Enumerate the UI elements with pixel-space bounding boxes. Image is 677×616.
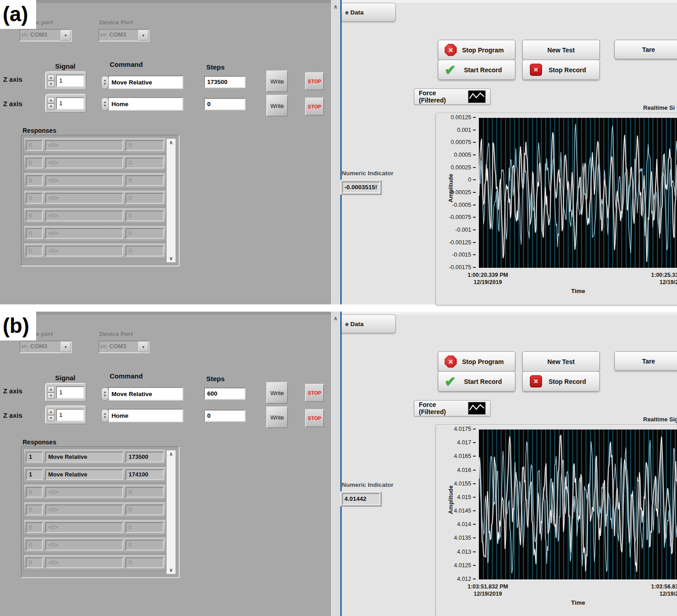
scroll-down-icon[interactable]: ∨ (167, 256, 176, 261)
command-dropdown[interactable]: ▲▼ Home (101, 408, 183, 423)
scroll-down-icon[interactable]: ∨ (167, 567, 176, 573)
force-filtered-legend[interactable]: Force (Filtered) (414, 400, 491, 416)
tare-button[interactable]: Tare (614, 40, 677, 59)
y-axis-tick-label: 4.0165 (454, 453, 476, 459)
stop-button[interactable]: STOP (305, 72, 324, 90)
responses-scrollbar[interactable]: ∧ ∨ (166, 450, 176, 574)
new-test-button[interactable]: New Test (522, 351, 600, 372)
command-value[interactable]: Move Relative (108, 75, 183, 89)
responses-cell: 0 (125, 246, 164, 257)
signal-value[interactable]: 1 (56, 97, 84, 110)
command-value[interactable]: Move Relative (108, 387, 183, 401)
responses-scrollbar[interactable]: ∧ ∨ (166, 138, 176, 263)
start-record-button[interactable]: ✔ Start Record (438, 371, 515, 392)
write-button[interactable]: Write (266, 382, 288, 404)
stop-button[interactable]: STOP (305, 409, 324, 427)
waveform-trace (479, 429, 677, 579)
new-test-button[interactable]: New Test (522, 40, 600, 60)
responses-row: 0<0>0 (23, 208, 166, 224)
increment-decrement-icons[interactable]: ▲▼ (101, 98, 109, 111)
command-dropdown[interactable]: ▲▼ Home (101, 97, 183, 111)
dropdown-arrow-icon[interactable]: ▼ (60, 30, 71, 41)
button-label: Tare (642, 358, 655, 365)
stop-button[interactable]: STOP (305, 98, 324, 116)
responses-cell: 1 (26, 469, 43, 480)
y-axis-tick-label: -0.0005 (452, 202, 476, 208)
stop-record-button[interactable]: ✕ Stop Record (522, 60, 600, 80)
signal-spinner[interactable]: ▲▼ 1 (45, 383, 87, 402)
scroll-up-icon[interactable]: ∧ (167, 451, 176, 457)
responses-cell: <0> (45, 504, 123, 515)
command-dropdown[interactable]: ▲▼ Move Relative (101, 387, 183, 401)
signal-value[interactable]: 1 (56, 386, 84, 399)
command-value[interactable]: Home (108, 409, 183, 422)
steps-input[interactable]: 173500 (204, 76, 246, 88)
increment-decrement-icons[interactable]: ▲▼ (47, 97, 55, 110)
end-time: 1:00:25.33 (637, 271, 677, 279)
write-button[interactable]: Write (266, 70, 288, 92)
signal-spinner[interactable]: ▲▼ 1 (45, 406, 87, 425)
device-port-dropdown-2[interactable]: 1/0 COM3 ▼ (98, 341, 149, 353)
stop-record-button[interactable]: ✕ Stop Record (522, 371, 600, 392)
increment-decrement-icons[interactable]: ▲▼ (47, 386, 55, 399)
signal-value[interactable]: 1 (56, 75, 84, 87)
device-port-dropdown[interactable]: 1/0 COM3 ▼ (19, 341, 72, 353)
tare-button[interactable]: Tare (614, 351, 677, 371)
steps-input[interactable]: 600 (204, 387, 246, 400)
increment-decrement-icons[interactable]: ▲▼ (47, 409, 55, 421)
dropdown-arrow-icon[interactable]: ▼ (138, 341, 148, 352)
responses-cell: 0 (26, 193, 43, 204)
stop-program-button[interactable]: ✕ Stop Program (438, 351, 515, 372)
signal-value[interactable]: 1 (56, 409, 84, 421)
y-axis-tick-label: 0.00075 (451, 139, 476, 145)
signal-spinner[interactable]: ▲▼ 1 (45, 94, 87, 113)
command-dropdown[interactable]: ▲▼ Move Relative (101, 75, 183, 89)
x-axis-end-time: 1:00:25.33 12/19/2 (637, 271, 677, 286)
increment-decrement-icons[interactable]: ▲▼ (101, 76, 109, 89)
y-axis-tick-label: 0 (468, 177, 476, 183)
increment-decrement-icons[interactable]: ▲▼ (101, 409, 109, 422)
data-button[interactable]: e Data (342, 314, 396, 333)
panel-scroll-up-icon[interactable]: ∧ (332, 315, 339, 322)
increment-decrement-icons[interactable]: ▲▼ (47, 75, 55, 87)
write-button[interactable]: Write (266, 95, 288, 117)
steps-input[interactable]: 0 (204, 98, 246, 110)
window-top-edge (0, 0, 331, 3)
responses-cell: 0 (26, 140, 43, 151)
io-resource-icon: 1/0 (99, 30, 107, 41)
stop-button[interactable]: STOP (305, 384, 324, 402)
scroll-up-icon[interactable]: ∧ (167, 140, 176, 145)
dropdown-arrow-icon[interactable]: ▼ (60, 341, 71, 352)
device-port-dropdown-2[interactable]: 1/0 COM3 ▼ (98, 29, 149, 42)
start-date: 12/19/2019 (468, 279, 508, 286)
responses-cell: 0 (26, 175, 43, 186)
device-port-value: COM3 (28, 341, 60, 352)
axis-label: Z axis (3, 100, 23, 107)
window-scrollbar-strip[interactable] (331, 312, 341, 616)
window-scrollbar-strip[interactable] (331, 0, 341, 304)
dropdown-arrow-icon[interactable]: ▼ (138, 30, 148, 41)
panel-scroll-up-icon[interactable]: ∧ (332, 4, 339, 10)
stop-program-button[interactable]: ✕ Stop Program (438, 40, 515, 60)
write-button[interactable]: Write (266, 406, 288, 428)
force-filtered-legend[interactable]: Force (Filtered) (414, 89, 491, 105)
labview-panel: (b) ce port 1/0 COM3 ▼ Device Port 1/0 C… (0, 312, 677, 616)
y-axis-tick-label: 0.001 (457, 127, 476, 133)
x-axis-label: Time (479, 599, 677, 606)
increment-decrement-icons[interactable]: ▲▼ (101, 387, 109, 401)
responses-cell: 0 (125, 158, 164, 168)
data-button[interactable]: e Data (342, 3, 396, 22)
command-header: Command (110, 61, 143, 68)
legend-label: Force (Filtered) (419, 401, 464, 415)
signal-spinner[interactable]: ▲▼ 1 (45, 71, 87, 90)
responses-cell: <0> (45, 158, 123, 168)
device-port-dropdown[interactable]: 1/0 COM3 ▼ (19, 29, 72, 42)
numeric-indicator-value: 4.01442 (342, 493, 380, 505)
steps-input[interactable]: 0 (204, 410, 246, 422)
numeric-indicator-label: Numeric Indicator (342, 481, 394, 488)
responses-cell: <0> (45, 175, 123, 186)
numeric-indicator: -0.0003515! (340, 180, 382, 195)
responses-cell: <0> (45, 522, 123, 533)
start-record-button[interactable]: ✔ Start Record (438, 60, 515, 80)
command-value[interactable]: Home (108, 97, 183, 111)
